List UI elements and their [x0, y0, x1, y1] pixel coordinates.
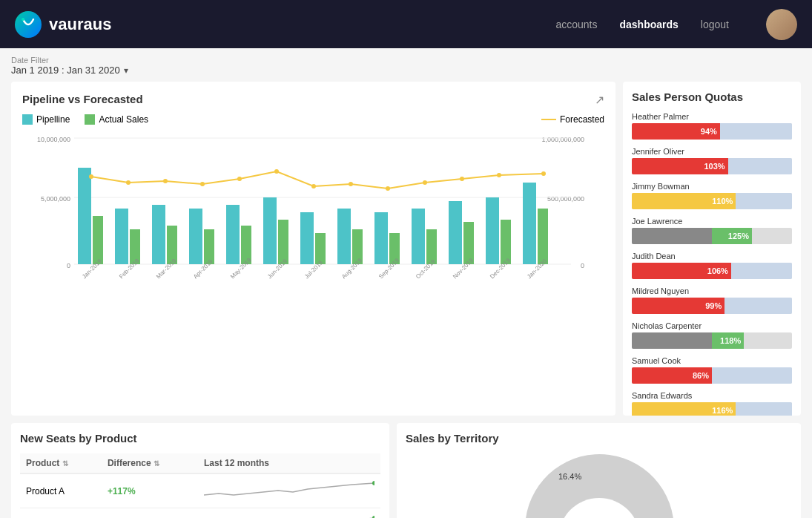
product-diff-a: +117%	[102, 473, 198, 508]
sparkline-b	[198, 508, 380, 519]
quota-person-sandra-e: Sandra Edwards 116%	[632, 391, 792, 416]
svg-point-40	[237, 177, 242, 181]
nav-accounts[interactable]: accounts	[555, 19, 597, 30]
product-name-b: product B	[20, 508, 102, 519]
quota-bar-nicholas: 118%	[632, 332, 792, 349]
pie-chart-container: 24.2% 19.2% 19.1% 21.2% 16.4%	[406, 453, 792, 518]
svg-rect-16	[189, 209, 202, 264]
product-panel: New Seats by Product Product ⇅ Differenc…	[11, 423, 389, 518]
svg-rect-20	[263, 197, 277, 264]
svg-point-62	[372, 481, 374, 485]
sort-diff-icon[interactable]: ⇅	[154, 459, 159, 468]
table-row: Product A +117%	[20, 473, 380, 508]
svg-rect-32	[486, 197, 499, 264]
col-product[interactable]: Product ⇅	[20, 453, 102, 473]
svg-point-47	[497, 173, 501, 177]
chevron-down-icon: ▾	[124, 65, 128, 76]
expand-icon[interactable]: ↗	[595, 93, 604, 107]
pie-chart-svg: 24.2% 19.2% 19.1% 21.2% 16.4%	[514, 453, 684, 518]
pipeline-chart-panel: ↗ Pipeline vs Forecasted Pipelline Actua…	[11, 82, 615, 416]
legend-actual-box	[85, 114, 95, 125]
svg-point-46	[460, 177, 464, 181]
svg-point-48	[541, 171, 546, 176]
quota-rest-samuel	[712, 367, 792, 384]
quota-fill-joe: 125%	[712, 228, 752, 244]
quota-rest-mildred	[724, 298, 792, 314]
quota-fill-nicholas: 118%	[712, 332, 744, 349]
legend-forecast-line	[541, 119, 556, 120]
legend-pipeline-box	[22, 114, 33, 125]
brand-icon	[15, 11, 42, 38]
quota-bar-jennifer: 103%	[632, 158, 792, 174]
brand-name: vauraus	[49, 15, 111, 34]
svg-rect-14	[152, 205, 165, 264]
product-table: Product ⇅ Difference ⇅ Last 12 months	[20, 453, 380, 518]
quota-rest-sandra-e	[736, 402, 792, 416]
date-filter-label: Date Filter	[11, 56, 801, 65]
svg-point-45	[423, 180, 427, 185]
svg-rect-30	[449, 201, 462, 264]
quota-name-judith: Judith Dean	[632, 252, 792, 260]
date-filter-text: Jan 1 2019 : Jan 31 2020	[11, 65, 120, 76]
nav-dashboards[interactable]: dashboards	[619, 19, 678, 30]
svg-rect-11	[93, 216, 103, 264]
sort-product-icon[interactable]: ⇅	[62, 459, 68, 468]
legend-pipeline: Pipelline	[22, 114, 70, 125]
svg-point-39	[200, 182, 205, 186]
svg-text:0: 0	[581, 262, 584, 269]
svg-rect-24	[337, 209, 351, 264]
svg-rect-35	[538, 209, 548, 264]
avatar-image	[766, 9, 797, 40]
territory-panel: Sales by Territory	[397, 423, 801, 518]
quota-rest-heather	[720, 123, 792, 140]
quota-person-judith: Judith Dean 106%	[632, 252, 792, 279]
svg-text:16.4%: 16.4%	[558, 472, 581, 481]
svg-text:1,000,000,000: 1,000,000,000	[541, 136, 584, 143]
quota-fill-judith: 106%	[632, 263, 731, 279]
quota-person-mildred: Mildred Nguyen 99%	[632, 286, 792, 314]
quota-bar-mildred: 99%	[632, 298, 792, 314]
quota-panel-title: Sales Person Quotas	[632, 91, 792, 103]
quota-name-heather: Heather Palmer	[632, 112, 792, 121]
quota-person-jimmy: Jimmy Bowman 110%	[632, 182, 792, 209]
quota-rest-judith	[731, 263, 792, 279]
pipeline-chart-title: Pipeline vs Forecasted	[22, 93, 604, 105]
svg-point-44	[386, 186, 390, 191]
legend-pipeline-label: Pipelline	[36, 114, 70, 125]
col-last12: Last 12 months	[198, 453, 380, 473]
user-avatar[interactable]	[766, 9, 797, 40]
quota-bar-judith: 106%	[632, 263, 792, 279]
quota-bar-samuel: 86%	[632, 367, 792, 384]
main-content: Date Filter Jan 1 2019 : Jan 31 2020 ▾ ↗…	[0, 48, 812, 518]
dashboard-row2: New Seats by Product Product ⇅ Differenc…	[11, 423, 801, 518]
chart-legend: Pipelline Actual Sales Forecasted	[22, 114, 604, 125]
territory-panel-title: Sales by Territory	[406, 432, 792, 445]
legend-actual: Actual Sales	[85, 114, 148, 125]
product-diff-b: +228%	[102, 508, 198, 519]
nav-logout[interactable]: logout	[701, 19, 729, 30]
navbar: vauraus accounts dashboards logout	[0, 0, 812, 48]
navbar-links: accounts dashboards logout	[555, 9, 797, 40]
col-difference[interactable]: Difference ⇅	[102, 453, 198, 473]
quota-person-heather: Heather Palmer 94%	[632, 112, 792, 140]
quota-bar-heather: 94%	[632, 123, 792, 140]
svg-rect-12	[115, 209, 128, 264]
pipeline-chart-svg: 10,000,000 5,000,000 0 1,000,000,000 500…	[22, 131, 586, 294]
svg-point-41	[274, 169, 279, 174]
quota-bar-joe: 125%	[632, 228, 792, 244]
svg-rect-18	[226, 205, 240, 264]
quota-bar-sandra-e: 116%	[632, 402, 792, 416]
quota-person-joe: Joe Lawrence 125%	[632, 217, 792, 244]
brand: vauraus	[15, 11, 555, 38]
quota-person-samuel: Samuel Cook 86%	[632, 356, 792, 384]
svg-point-42	[311, 184, 316, 188]
date-filter-value[interactable]: Jan 1 2019 : Jan 31 2020 ▾	[11, 65, 801, 76]
product-name-a: Product A	[20, 473, 102, 508]
quota-name-samuel: Samuel Cook	[632, 356, 792, 365]
quota-panel: Sales Person Quotas Heather Palmer 94% J…	[623, 82, 801, 416]
quota-fill-nicholas-bg	[632, 332, 712, 349]
svg-point-43	[349, 182, 353, 186]
dashboard-row1: ↗ Pipeline vs Forecasted Pipelline Actua…	[11, 82, 801, 416]
svg-rect-10	[78, 168, 91, 264]
quota-fill-samuel: 86%	[632, 367, 712, 384]
